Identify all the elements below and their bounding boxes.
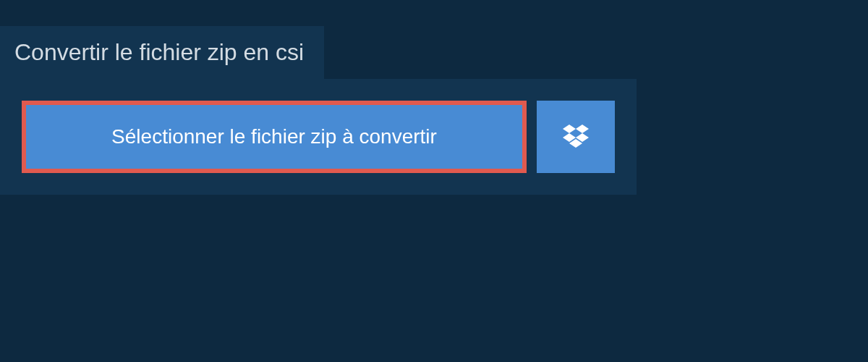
page-title: Convertir le fichier zip en csi xyxy=(0,26,324,79)
select-file-label: Sélectionner le fichier zip à convertir xyxy=(111,125,437,148)
button-row: Sélectionner le fichier zip à convertir xyxy=(22,101,615,173)
page-container: Convertir le fichier zip en csi Sélectio… xyxy=(0,0,868,195)
dropbox-icon xyxy=(563,125,589,149)
dropbox-button[interactable] xyxy=(537,101,615,173)
upload-panel: Sélectionner le fichier zip à convertir xyxy=(0,79,637,195)
select-file-button[interactable]: Sélectionner le fichier zip à convertir xyxy=(22,101,527,173)
